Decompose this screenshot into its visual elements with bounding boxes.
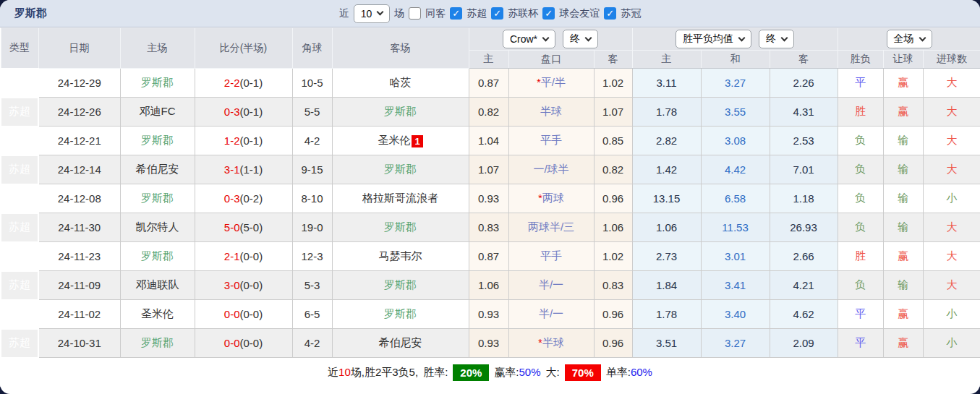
avg-away-cell: 7.01 <box>770 155 838 184</box>
win-rate-label: 胜率: <box>423 366 448 380</box>
odds-away-cell: 0.96 <box>594 300 632 329</box>
avg-home-cell: 3.51 <box>632 329 701 358</box>
table-row: 苏超 24-11-23 罗斯郡 2-1(0-0) 12-3 马瑟韦尔 0.87 … <box>1 242 980 271</box>
header-result-goals: 进球数 <box>923 51 980 69</box>
odds-home-cell: 0.93 <box>469 184 508 213</box>
odds-home-cell: 1.06 <box>469 271 508 300</box>
result-goals-cell: 小 <box>923 329 980 358</box>
league-label-sulianbei[interactable]: 苏联杯 <box>508 7 538 20</box>
near-label: 近 <box>339 7 349 20</box>
corners-cell: 4-2 <box>292 329 332 358</box>
avg-away-cell: 2.09 <box>770 329 838 358</box>
odds-away-cell: 0.96 <box>594 184 632 213</box>
result-wdl-cell: 胜 <box>838 242 883 271</box>
win-rate-badge: 20% <box>453 364 489 381</box>
handicap-cell: 一/球半 <box>508 155 594 184</box>
avg-away-cell: 2.26 <box>770 69 838 98</box>
header-corners: 角球 <box>292 28 332 69</box>
score-cell: 2-1(0-0) <box>195 242 292 271</box>
date-cell: 24-11-23 <box>38 242 120 271</box>
home-team-cell: 圣米伦 <box>120 300 195 329</box>
header-avg-away: 客 <box>770 51 838 69</box>
league-checkbox-suchao[interactable]: ✓ <box>450 7 462 20</box>
halftime-score: (0-1) <box>240 134 263 147</box>
odds-away-cell: 1.06 <box>594 213 632 242</box>
league-checkbox-suguan[interactable]: ✓ <box>604 7 616 20</box>
header-avg-draw: 和 <box>701 51 770 69</box>
table-row: 苏超 24-12-21 罗斯郡 1-2(0-1) 4-2 圣米伦1 1.04 平… <box>1 127 980 155</box>
home-team-cell: 邓迪联队 <box>120 271 195 300</box>
home-team-cell: 希伯尼安 <box>120 155 195 184</box>
corners-cell: 8-10 <box>292 184 332 213</box>
table-row: 苏超 24-11-09 邓迪联队 3-0(0-0) 5-3 罗斯郡 1.06 半… <box>1 271 980 300</box>
handicap-cell: 半/一 <box>508 271 594 300</box>
page-title: 罗斯郡 <box>14 7 47 20</box>
result-wdl-cell: 负 <box>838 155 883 184</box>
table-row: 苏超 24-12-08 罗斯郡 0-3(0-2) 8-10 格拉斯哥流浪者 0.… <box>1 184 980 213</box>
league-label-friendly[interactable]: 球会友谊 <box>559 7 600 20</box>
header-avg-home: 主 <box>632 51 701 69</box>
halftime-score: (0-0) <box>240 308 263 320</box>
avg-draw-cell: 11.53 <box>701 213 770 242</box>
same-away-label[interactable]: 同客 <box>425 7 446 20</box>
avg-away-cell: 4.62 <box>770 300 838 329</box>
header-type: 类型 <box>1 28 38 69</box>
recent-count-value: 10 <box>361 8 372 20</box>
recent-count-select[interactable]: 10 <box>354 4 391 23</box>
result-wdl-cell: 胜 <box>838 98 883 127</box>
avg-home-cell: 1.78 <box>632 98 701 127</box>
scope-select[interactable]: 全场 <box>887 30 932 48</box>
odds-away-cell: 0.96 <box>594 329 632 358</box>
avg-home-cell: 1.06 <box>632 213 701 242</box>
odds-home-cell: 0.87 <box>469 242 508 271</box>
league-checkbox-sulianbei[interactable]: ✓ <box>491 7 503 20</box>
handicap-cell: 两球半/三 <box>508 213 594 242</box>
date-cell: 24-10-31 <box>38 329 120 358</box>
halftime-score: (0-0) <box>240 279 263 291</box>
table-row: 苏超 24-11-02 圣米伦 0-0(0-0) 6-5 罗斯郡 0.93 半/… <box>1 300 980 329</box>
avg-away-cell: 4.31 <box>770 98 838 127</box>
avg-time-select[interactable]: 终 <box>759 30 794 48</box>
league-type-cell: 苏超 <box>1 213 38 242</box>
halftime-score: (0-0) <box>240 250 263 262</box>
league-label-suchao[interactable]: 苏超 <box>466 7 487 20</box>
header-home: 主场 <box>120 28 195 69</box>
handicap-cell: 平手 <box>508 127 594 155</box>
scope-select-value: 全场 <box>894 33 914 46</box>
match-history-panel: 罗斯郡 近 10 场 同客 ✓ 苏超 ✓ 苏联杯 ✓ 球会友谊 ✓ 苏冠 <box>0 0 980 394</box>
league-type-cell: 苏超 <box>1 155 38 184</box>
avg-home-cell: 1.78 <box>632 300 701 329</box>
bookmaker-select[interactable]: Crow* <box>503 30 555 48</box>
avg-odds-select[interactable]: 胜平负均值 <box>676 30 751 48</box>
away-team-cell: 希伯尼安 <box>332 329 469 358</box>
avg-away-cell: 26.93 <box>770 213 838 242</box>
fulltime-score: 0-0 <box>224 337 240 349</box>
league-checkbox-friendly[interactable]: ✓ <box>542 7 555 20</box>
away-team-cell: 罗斯郡 <box>332 155 469 184</box>
away-team-cell: 格拉斯哥流浪者 <box>332 184 469 213</box>
result-handicap-cell: 输 <box>883 213 923 242</box>
avg-away-cell: 2.66 <box>770 242 838 271</box>
league-label-suguan[interactable]: 苏冠 <box>621 7 641 20</box>
header-score: 比分(半场) <box>195 28 292 69</box>
chevron-down-icon <box>585 34 592 41</box>
odds-home-cell: 0.87 <box>469 69 508 98</box>
league-type-cell: 苏超 <box>1 184 38 213</box>
avg-home-cell: 2.82 <box>632 127 701 155</box>
score-cell: 2-2(0-1) <box>195 69 292 98</box>
handicap-star: * <box>538 192 542 204</box>
table-row: 苏超 24-11-30 凯尔特人 5-0(5-0) 19-0 罗斯郡 0.83 … <box>1 213 980 242</box>
away-team-cell: 哈茨 <box>332 69 469 98</box>
odds-away-cell: 0.83 <box>594 271 632 300</box>
header-date: 日期 <box>38 28 120 69</box>
matches-label: 场 <box>394 7 404 20</box>
odds-time-select[interactable]: 终 <box>563 30 598 48</box>
home-team-cell: 罗斯郡 <box>120 184 195 213</box>
corners-cell: 9-15 <box>292 155 332 184</box>
away-team-name: 罗斯郡 <box>384 307 417 320</box>
away-team-cell: 罗斯郡 <box>332 300 469 329</box>
result-goals-cell: 大 <box>923 98 980 127</box>
same-away-checkbox[interactable] <box>409 7 421 20</box>
handicap-star: * <box>538 336 542 348</box>
date-cell: 24-12-14 <box>38 155 120 184</box>
